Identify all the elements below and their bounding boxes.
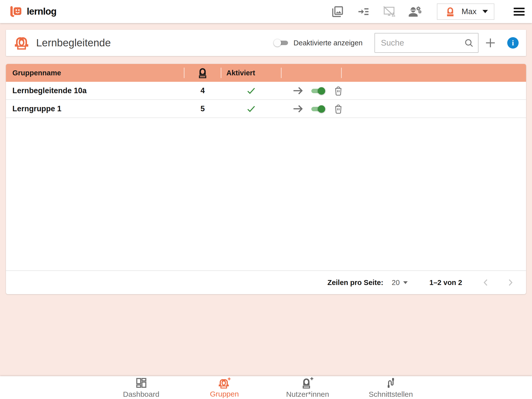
groups-add-icon [218, 377, 231, 389]
add-group-button[interactable] [484, 36, 497, 49]
group-enabled-toggle[interactable] [311, 105, 325, 113]
nav-item-groups[interactable]: Gruppen [183, 376, 266, 399]
info-button[interactable]: i [507, 37, 519, 49]
nav-label: Dashboard [123, 390, 160, 399]
page-title: Lernbegleitende [36, 37, 111, 49]
brand: lernlog [9, 5, 56, 19]
table-empty-space [6, 118, 526, 270]
active-check [221, 85, 281, 96]
search-box [374, 33, 479, 53]
nav-item-dashboard[interactable]: Dashboard [100, 376, 183, 399]
open-group-button[interactable] [292, 85, 304, 97]
search-icon [464, 38, 474, 48]
group-icon [13, 36, 30, 50]
screen-clean-icon[interactable] [382, 5, 396, 18]
table-row: Lernbegleitende 10a 4 [6, 82, 526, 100]
nav-item-users[interactable]: Nutzer*innen [266, 376, 349, 399]
member-count: 4 [185, 86, 221, 95]
open-group-button[interactable] [292, 103, 304, 115]
nav-label: Gruppen [210, 390, 239, 398]
group-name: Lernbegleitende 10a [6, 86, 184, 95]
table-row: Lerngruppe 1 5 [6, 100, 526, 118]
rows-per-page-value: 20 [392, 279, 400, 287]
column-divider [281, 68, 282, 78]
column-header-members-icon [185, 67, 221, 79]
menu-icon[interactable] [514, 8, 525, 16]
pagination-range: 1–2 von 2 [429, 279, 462, 287]
search-input[interactable] [381, 38, 464, 48]
group-name: Lerngruppe 1 [6, 104, 184, 113]
topbar: lernlog [0, 0, 532, 23]
member-count: 5 [185, 104, 221, 113]
check-icon [246, 103, 257, 114]
dashboard-icon [135, 377, 147, 389]
groups-table-card: Gruppenname Aktiviert Lernbegleitende 10… [6, 64, 526, 294]
info-icon: i [512, 39, 514, 47]
group-enabled-toggle[interactable] [311, 87, 325, 95]
page-header-card: Lernbegleitende Deaktivierte anzeigen i [6, 30, 526, 56]
users-add-icon [301, 377, 315, 389]
next-page-icon[interactable] [505, 278, 515, 287]
table-pagination: Zeilen pro Seite: 20 1–2 von 2 [6, 270, 526, 294]
nav-item-interfaces[interactable]: Schnittstellen [349, 376, 432, 399]
table-header-row: Gruppenname Aktiviert [6, 64, 526, 82]
photo-library-icon[interactable] [331, 5, 344, 18]
admin-engineering-icon[interactable] [408, 5, 422, 18]
user-menu-button[interactable]: Max [437, 3, 494, 20]
nav-label: Nutzer*innen [286, 390, 329, 399]
nav-label: Schnittstellen [369, 390, 413, 399]
rows-per-page-label: Zeilen pro Seite: [327, 279, 383, 287]
column-header-active: Aktiviert [221, 69, 281, 77]
logo-icon [9, 5, 23, 19]
bottom-nav: Dashboard Gruppen [0, 376, 532, 399]
active-check [221, 103, 281, 114]
brand-name: lernlog [27, 6, 56, 17]
rows-per-page-select[interactable]: 20 [392, 279, 408, 287]
column-header-name: Gruppenname [6, 69, 184, 77]
column-divider [341, 68, 342, 78]
delete-group-button[interactable] [333, 103, 344, 114]
chevron-down-icon [482, 10, 488, 13]
show-deactivated-toggle[interactable] [274, 39, 288, 47]
prev-page-icon[interactable] [481, 278, 491, 287]
assign-list-icon[interactable] [357, 5, 370, 18]
user-stamp-icon [445, 6, 456, 17]
interfaces-icon [385, 377, 397, 389]
user-name: Max [462, 7, 477, 16]
show-deactivated-label: Deaktivierte anzeigen [293, 39, 363, 47]
delete-group-button[interactable] [333, 85, 344, 96]
dropdown-caret-icon [403, 281, 408, 284]
check-icon [246, 85, 257, 96]
